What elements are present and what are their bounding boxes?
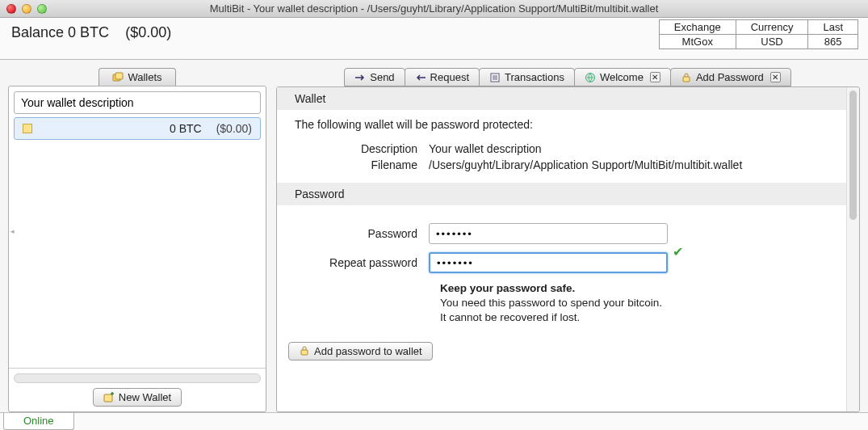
description-label: Description bbox=[295, 142, 429, 155]
exchange-cell-currency: USD bbox=[736, 35, 808, 49]
wallet-description-input[interactable] bbox=[14, 91, 261, 114]
svg-rect-1 bbox=[115, 73, 123, 79]
tab-welcome[interactable]: Welcome ✕ bbox=[574, 68, 671, 86]
exchange-header-exchange: Exchange bbox=[659, 20, 736, 35]
balance-label: Balance bbox=[11, 24, 64, 40]
password-label: Password bbox=[295, 227, 429, 240]
add-password-label: Add password to wallet bbox=[314, 345, 422, 357]
repeat-password-label: Repeat password bbox=[295, 256, 429, 269]
safe-bold: Keep your password safe. bbox=[440, 281, 828, 296]
password-safety-notice: Keep your password safe. You need this p… bbox=[440, 281, 828, 326]
exchange-header-currency: Currency bbox=[736, 20, 808, 35]
password-input[interactable] bbox=[429, 223, 668, 244]
filename-value: /Users/guyht/Library/Application Support… bbox=[429, 158, 828, 171]
content-scrollbar[interactable] bbox=[846, 87, 859, 411]
balance-amount: 0 BTC bbox=[68, 24, 109, 40]
wallet-swatch-icon bbox=[23, 124, 32, 133]
tab-transactions[interactable]: Transactions bbox=[479, 68, 575, 86]
new-wallet-button[interactable]: New Wallet bbox=[93, 388, 182, 407]
lock-add-icon bbox=[681, 72, 692, 83]
main-panel: Send Request Transactions Welcome ✕ Add … bbox=[276, 68, 860, 412]
password-match-check-icon: ✔ bbox=[673, 244, 683, 259]
transactions-icon bbox=[489, 72, 501, 83]
window-title: MultiBit - Your wallet description - /Us… bbox=[0, 2, 868, 15]
exchange-cell-last: 865 bbox=[808, 35, 858, 49]
tabbar: Send Request Transactions Welcome ✕ Add … bbox=[276, 68, 860, 86]
tab-request-label: Request bbox=[430, 71, 469, 83]
exchange-cell-exchange: MtGox bbox=[659, 35, 736, 49]
window-titlebar: MultiBit - Your wallet description - /Us… bbox=[0, 0, 868, 18]
tab-add-password-close-icon[interactable]: ✕ bbox=[770, 72, 781, 82]
svg-rect-5 bbox=[683, 77, 690, 82]
filename-label: Filename bbox=[295, 158, 429, 171]
new-wallet-label: New Wallet bbox=[119, 391, 171, 403]
tab-transactions-label: Transactions bbox=[505, 71, 564, 83]
wallet-item-btc: 0 BTC bbox=[170, 122, 202, 135]
wallets-icon bbox=[112, 72, 124, 83]
exchange-table: Exchange Currency Last MtGox USD 865 bbox=[659, 19, 858, 49]
add-password-button[interactable]: Add password to wallet bbox=[288, 342, 433, 360]
tab-send[interactable]: Send bbox=[344, 68, 405, 86]
svg-rect-6 bbox=[301, 350, 308, 355]
scrollbar-thumb[interactable] bbox=[849, 91, 857, 220]
intro-text: The following wallet will be password pr… bbox=[295, 118, 828, 131]
tab-request[interactable]: Request bbox=[405, 68, 480, 86]
resize-grip-icon[interactable]: ◂ bbox=[10, 227, 15, 235]
send-icon bbox=[354, 72, 366, 83]
wallet-section-header: Wallet bbox=[277, 87, 846, 110]
tab-send-label: Send bbox=[370, 71, 394, 83]
wallets-tab[interactable]: Wallets bbox=[99, 68, 175, 86]
request-icon bbox=[415, 72, 426, 83]
balance-display: Balance 0 BTC ($0.00) bbox=[11, 24, 171, 41]
safe-line-1: You need this password to spend your bit… bbox=[440, 296, 828, 310]
wallet-list-item[interactable]: 0 BTC ($0.00) bbox=[14, 117, 261, 140]
sidebar-scrollbar[interactable] bbox=[14, 373, 261, 383]
exchange-header-last: Last bbox=[808, 20, 858, 35]
password-section-header: Password bbox=[277, 183, 846, 205]
lock-icon bbox=[299, 345, 310, 356]
tab-welcome-label: Welcome bbox=[600, 71, 644, 83]
balance-fiat: ($0.00) bbox=[125, 24, 171, 40]
top-row: Balance 0 BTC ($0.00) Exchange Currency … bbox=[0, 18, 868, 60]
description-value: Your wallet description bbox=[429, 142, 828, 155]
connection-status: Online bbox=[3, 413, 74, 430]
tab-welcome-close-icon[interactable]: ✕ bbox=[650, 72, 660, 82]
svg-rect-2 bbox=[104, 394, 112, 402]
tab-add-password[interactable]: Add Password ✕ bbox=[670, 68, 791, 86]
wallet-item-fiat: ($0.00) bbox=[216, 122, 252, 135]
welcome-icon bbox=[585, 72, 596, 83]
wallets-tab-label: Wallets bbox=[128, 71, 161, 83]
repeat-password-input[interactable] bbox=[429, 252, 668, 273]
statusbar: Online bbox=[0, 412, 868, 430]
safe-line-2: It cannot be recovered if lost. bbox=[440, 310, 828, 325]
new-wallet-icon bbox=[103, 392, 115, 403]
tab-add-password-label: Add Password bbox=[696, 71, 764, 83]
sidebar: Wallets 0 BTC ($0.00) ◂ New Walle bbox=[8, 68, 266, 412]
